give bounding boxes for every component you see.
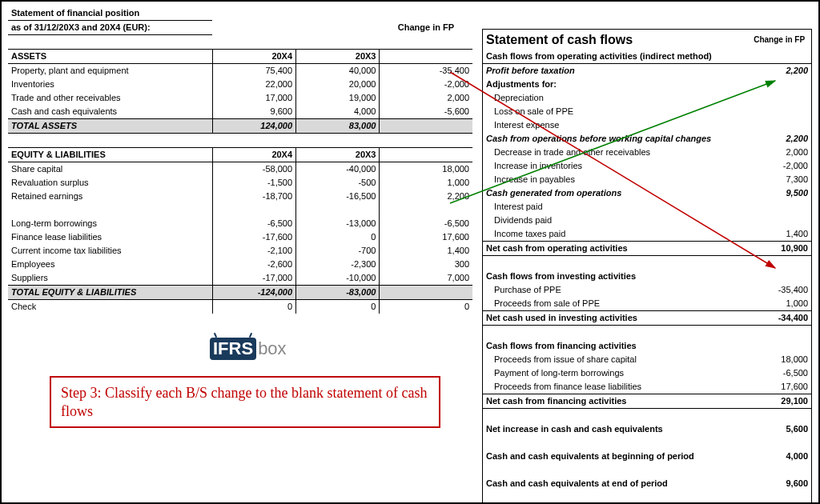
col-20x3: 20X3 [296,50,380,64]
row-label: Employees [8,258,212,271]
ifrsbox-logo: IFRSbox [210,338,287,360]
row-label: Purchase of PPE [483,283,748,297]
spreadsheet-sheet: Statement of financial position as of 31… [0,0,820,504]
equity-header: EQUITY & LIABILITIES [8,148,212,162]
scf-change-header: Change in FP [747,30,811,50]
row-label: Depreciation [483,91,748,105]
logo-box: box [258,338,286,358]
scf-title: Statement of cash flows [483,30,748,50]
pbt-value: 2,200 [747,64,811,78]
check-label: Check [8,300,212,314]
row-label: Share capital [8,162,212,177]
row-label: Cash and cash equivalents [8,105,212,119]
total-eq-label: TOTAL EQUITY & LIABILITIES [8,286,212,300]
row-label: Proceeds from issue of share capital [483,353,748,366]
bs-title-2: as of 31/12/20X3 and 20X4 (EUR): [8,21,212,35]
row-label: Current income tax liabilities [8,244,212,258]
net-op-label: Net cash from operating activities [483,242,748,256]
logo-ifrs: IFRS [210,338,256,360]
total-assets-label: TOTAL ASSETS [8,119,212,134]
fin-head: Cash flows from financing activities [483,339,748,353]
row-label: Trade and other receivables [8,91,212,105]
row-label: Income taxes paid [483,227,748,242]
assets-header: ASSETS [8,50,212,64]
row-label: Loss on sale of PPE [483,105,748,118]
col-20x4: 20X4 [212,50,295,64]
row-label: Revaluation surplus [8,176,212,190]
row-label: Decrease in trade and other receivables [483,146,748,159]
row-label: Proceeds from sale of PPE [483,297,748,311]
step-annotation: Step 3: Classify each B/S change to the … [50,376,440,428]
row-label: Increase in inventories [483,159,748,173]
row-label: Interest paid [483,200,748,214]
op-activities-head: Cash flows from operating activities (in… [483,50,812,64]
row-label: Retained earnings [8,190,212,203]
row-label: Increase in payables [483,173,748,186]
row-label: Finance lease liabilities [8,230,212,244]
row-label: Dividends paid [483,214,748,227]
row-label: Suppliers [8,271,212,286]
pbt-label: Profit before taxation [483,64,748,78]
row-label: Property, plant and equipment [8,64,212,78]
row-label: Long-term borrowings [8,217,212,230]
inv-head: Cash flows from investing activities [483,270,748,283]
cash-flow-table: Statement of cash flows Change in FP Cas… [482,29,812,504]
bs-title-1: Statement of financial position [8,6,212,21]
row-label: Payment of long-term borrowings [483,366,748,380]
adjustments-head: Adjustments for: [483,78,748,91]
row-label: Proceeds from finance lease liabilities [483,380,748,394]
row-label: Inventories [8,78,212,91]
cash-flow-block: Statement of cash flows Change in FP Cas… [482,29,812,504]
balance-sheet-block: Statement of financial position as of 31… [8,6,472,314]
change-header: Change in FP [380,21,472,35]
row-label: Interest expense [483,118,748,132]
balance-sheet-table: Statement of financial position as of 31… [8,6,472,314]
